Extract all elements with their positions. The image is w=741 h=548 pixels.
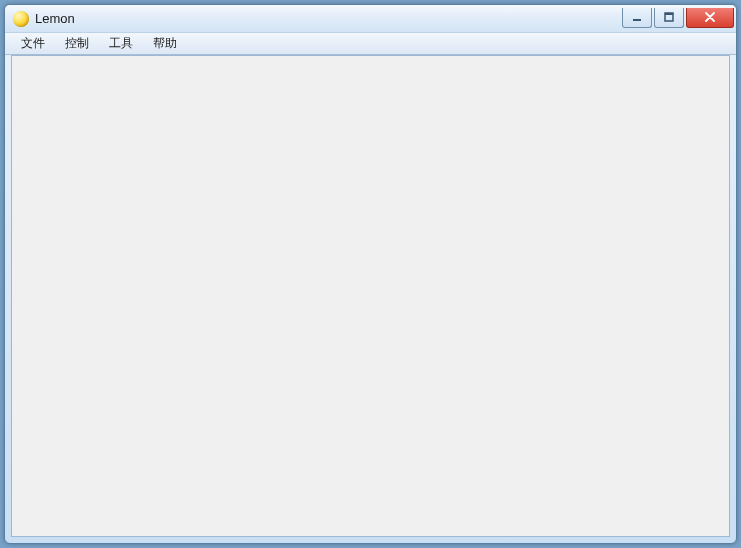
menu-tools-label: 工具 (109, 35, 133, 52)
menu-control-label: 控制 (65, 35, 89, 52)
maximize-button[interactable] (654, 8, 684, 28)
menubar: 文件 控制 工具 帮助 (5, 33, 736, 55)
svg-rect-0 (633, 19, 641, 21)
menu-tools[interactable]: 工具 (99, 33, 143, 54)
svg-rect-2 (665, 13, 673, 15)
menu-file[interactable]: 文件 (11, 33, 55, 54)
client-area (11, 55, 730, 537)
maximize-icon (664, 12, 674, 22)
minimize-icon (632, 12, 642, 22)
app-window: Lemon 文件 控制 工具 帮助 (4, 4, 737, 544)
menu-help[interactable]: 帮助 (143, 33, 187, 54)
close-button[interactable] (686, 8, 734, 28)
window-title: Lemon (35, 11, 75, 26)
window-buttons (622, 8, 734, 28)
lemon-icon (13, 11, 29, 27)
minimize-button[interactable] (622, 8, 652, 28)
titlebar[interactable]: Lemon (5, 5, 736, 33)
menu-file-label: 文件 (21, 35, 45, 52)
close-icon (704, 12, 716, 22)
menu-control[interactable]: 控制 (55, 33, 99, 54)
menu-help-label: 帮助 (153, 35, 177, 52)
